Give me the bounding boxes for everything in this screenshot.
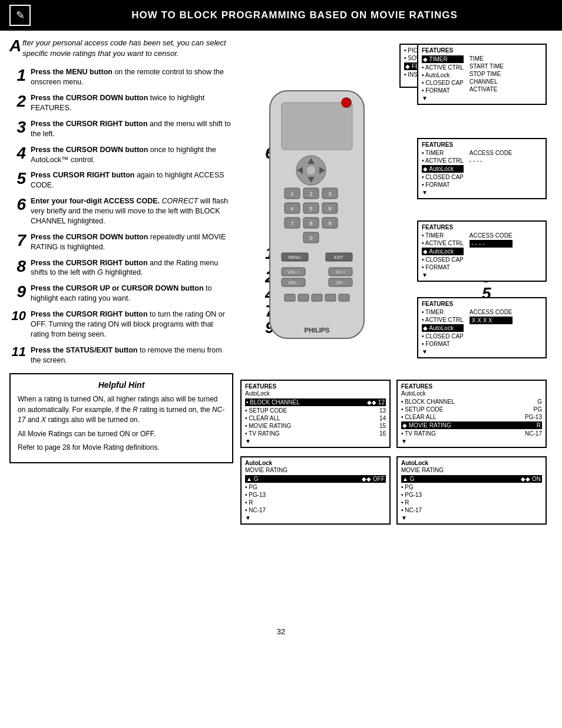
step-text-8: Press the CURSOR RIGHT button and the Ra… [31, 258, 233, 278]
features-xxxx-box: FEATURES • TIMER • ACTIVE CTRL ◆ AutoLoc… [417, 297, 547, 358]
movie-rating-box: FEATURES AutoLock • BLOCK CHANNELG • SET… [396, 380, 547, 448]
left-column: After your personal access code has been… [9, 38, 233, 615]
step-text-11: Press the STATUS/EXIT button to remove t… [31, 345, 233, 365]
step-text-4: Press the CURSOR DOWN button once to hig… [31, 145, 233, 165]
header-icon: ✎ [9, 5, 31, 26]
step-text-3: Press the CURSOR RIGHT button and the me… [31, 119, 233, 139]
step-6: 6 Enter your four-digit ACCESS CODE. COR… [9, 196, 233, 226]
svg-text:0: 0 [309, 235, 312, 241]
rating-on-box: AutoLock MOVIE RATING ▲ G◆◆ ON • PG • PG… [396, 456, 547, 525]
svg-text:7: 7 [290, 220, 293, 226]
svg-rect-44 [339, 294, 349, 301]
svg-text:CH +: CH + [336, 270, 345, 274]
step-number-9: 9 [9, 284, 26, 300]
svg-point-45 [342, 98, 351, 107]
step-number-6: 6 [9, 196, 26, 213]
svg-text:1: 1 [290, 191, 293, 197]
page-header: ✎ How to Block Programming Based on Movi… [0, 0, 562, 31]
svg-text:5: 5 [309, 206, 312, 212]
step-text-5: Press CURSOR RIGHT button again to highl… [31, 170, 233, 190]
hint-para-1: When a rating is turned ON, all higher r… [18, 394, 225, 425]
step-text-6: Enter your four-digit ACCESS CODE. CORRE… [31, 196, 233, 226]
step-number-3: 3 [9, 119, 26, 136]
step-text-1: Press the MENU button on the remote cont… [31, 67, 233, 87]
rating-off-box: AutoLock MOVIE RATING ▲ G◆◆ OFF • PG • P… [240, 456, 391, 525]
hint-para-3: Refer to page 28 for Movie Rating defini… [18, 443, 225, 453]
bottom-boxes-row: FEATURES AutoLock • BLOCK CHANNEL◆◆ 12 •… [240, 380, 547, 448]
hint-body: When a rating is turned ON, all higher r… [18, 394, 225, 453]
features-timer-box: FEATURES ◆ TIMER • ACTIVE CTRL • AutoLoc… [417, 44, 547, 105]
svg-text:VOL -: VOL - [288, 281, 299, 285]
svg-rect-42 [312, 294, 322, 301]
step-number-4: 4 [9, 145, 26, 162]
step-number-8: 8 [9, 258, 26, 275]
svg-point-27 [306, 166, 316, 175]
step-number-11: 11 [9, 345, 26, 358]
step-text-7: Press the CURSOR DOWN button repeatedly … [31, 232, 233, 252]
steps-list: 1 Press the MENU button on the remote co… [9, 67, 233, 365]
main-content: After your personal access code has been… [0, 31, 562, 622]
svg-rect-40 [285, 294, 295, 301]
step-number-1: 1 [9, 67, 26, 84]
step-2: 2 Press the CURSOR DOWN button twice to … [9, 93, 233, 113]
step-text-2: Press the CURSOR DOWN button twice to hi… [31, 93, 233, 113]
step-10: 10 Press the CURSOR RIGHT button to turn… [9, 309, 233, 340]
page-number: 32 [0, 622, 562, 641]
remote-control-diagram: 1 2 3 4 5 6 7 8 9 0 [252, 85, 394, 368]
step-3: 3 Press the CURSOR RIGHT button and the … [9, 119, 233, 139]
svg-text:VOL +: VOL + [287, 270, 299, 274]
features-access-code-box: FEATURES • TIMER • ACTIVE CTRL ◆ AutoLoc… [417, 220, 547, 282]
step-text-9: Press the CURSOR UP or CURSOR DOWN butto… [31, 284, 233, 304]
svg-text:8: 8 [309, 220, 312, 226]
step-number-10: 10 [9, 309, 26, 322]
step-8: 8 Press the CURSOR RIGHT button and the … [9, 258, 233, 278]
hint-box: Helpful Hint When a rating is turned ON,… [9, 373, 233, 463]
intro-paragraph: After your personal access code has been… [9, 38, 233, 59]
step-1: 1 Press the MENU button on the remote co… [9, 67, 233, 87]
page-title: How to Block Programming Based on Movie … [37, 9, 553, 21]
step-9: 9 Press the CURSOR UP or CURSOR DOWN but… [9, 284, 233, 304]
rating-boxes-row: AutoLock MOVIE RATING ▲ G◆◆ OFF • PG • P… [240, 456, 547, 525]
svg-text:MENU: MENU [289, 255, 301, 259]
step-7: 7 Press the CURSOR DOWN button repeatedl… [9, 232, 233, 252]
step-number-5: 5 [9, 170, 26, 187]
block-channel-box: FEATURES AutoLock • BLOCK CHANNEL◆◆ 12 •… [240, 380, 391, 448]
features-autolock-box: FEATURES • TIMER • ACTIVE CTRL ◆ AutoLoc… [417, 138, 547, 199]
step-number-2: 2 [9, 93, 26, 110]
intro-text: fter your personal access code has been … [22, 38, 226, 58]
svg-text:PHILIPS: PHILIPS [305, 327, 330, 334]
hint-title: Helpful Hint [18, 380, 225, 390]
step-4: 4 Press the CURSOR DOWN button once to h… [9, 145, 233, 165]
svg-rect-41 [298, 294, 309, 301]
svg-text:EXIT: EXIT [334, 255, 343, 259]
svg-text:4: 4 [290, 206, 293, 212]
drop-cap: A [9, 38, 21, 54]
svg-text:6: 6 [328, 206, 331, 212]
svg-text:3: 3 [328, 191, 331, 197]
step-text-10: Press the CURSOR RIGHT button to turn th… [31, 309, 233, 340]
svg-text:9: 9 [328, 220, 331, 226]
svg-rect-43 [325, 294, 336, 301]
step-5: 5 Press CURSOR RIGHT button again to hig… [9, 170, 233, 190]
svg-text:CH -: CH - [336, 281, 345, 285]
hint-para-2: All Movie Ratings can be turned ON or OF… [18, 429, 225, 439]
step-11: 11 Press the STATUS/EXIT button to remov… [9, 345, 233, 365]
right-column: 1 2 3 4 5 6 7 8 9 0 [240, 38, 553, 615]
step-number-7: 7 [9, 232, 26, 249]
svg-text:2: 2 [309, 191, 312, 197]
svg-rect-1 [282, 103, 352, 150]
